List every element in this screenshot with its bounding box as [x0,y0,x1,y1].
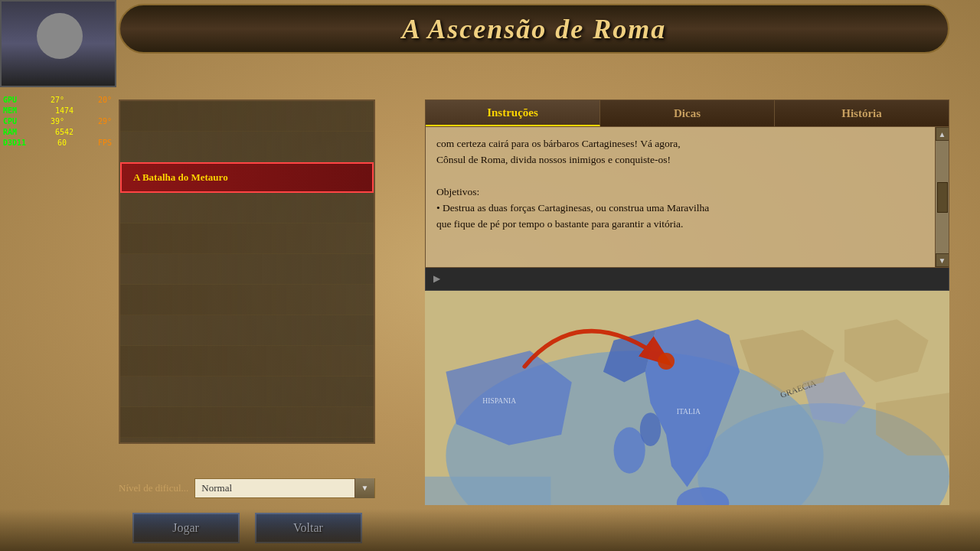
tab-instrucoes[interactable]: Instruções [426,100,600,126]
difficulty-label: Nível de dificul... [119,482,188,494]
list-item[interactable] [120,101,374,132]
svg-point-8 [658,353,675,370]
text-section: com certeza cairá para os bárbaros Carta… [425,126,949,291]
list-item[interactable] [120,193,374,223]
list-item[interactable] [120,254,374,285]
map-section: GRAECIA ITALIA HISPANIA CARTHAGO [425,291,949,505]
difficulty-row: Nível de dificul... Normal ▼ [119,474,375,501]
svg-text:ITALIA: ITALIA [677,407,701,416]
scenario-list[interactable]: A Batalha do Metauro [119,99,375,444]
webcam-overlay [0,0,116,87]
left-panel: A Batalha do Metauro Nível de dificul...… [119,99,375,505]
list-item[interactable] [120,438,374,444]
list-item[interactable] [120,346,374,377]
tab-dicas[interactable]: Dicas [600,100,775,126]
list-item[interactable] [120,407,374,438]
scroll-thumb[interactable] [937,182,948,213]
tab-historia[interactable]: História [775,100,949,126]
list-item[interactable] [120,223,374,254]
tab-bar: Instruções Dicas História [425,99,949,126]
dropdown-arrow-icon[interactable]: ▼ [354,478,374,498]
campaign-map: GRAECIA ITALIA HISPANIA CARTHAGO [425,291,949,505]
content-text[interactable]: com certeza cairá para os bárbaros Carta… [426,127,935,267]
svg-rect-3 [425,477,550,505]
performance-stats: GPU 27° 20° MEM 1474 CPU 39° 29° RAM 654… [0,92,115,152]
right-panel: Instruções Dicas História com certeza ca… [425,99,949,505]
bottom-decoration [0,509,980,551]
list-item[interactable] [120,132,374,162]
media-controls: ▶ [425,268,949,291]
svg-point-6 [640,412,661,446]
list-item-selected[interactable]: A Batalha do Metauro [120,162,374,193]
list-item[interactable] [120,285,374,315]
scrollbar[interactable]: ▲ ▼ [935,127,949,267]
list-item[interactable] [120,377,374,407]
right-panel-inner: Instruções Dicas História com certeza ca… [425,99,949,505]
scenario-name: A Batalha do Metauro [133,171,228,184]
page-title: A Ascensão de Roma [402,13,667,45]
svg-text:HISPANIA: HISPANIA [482,396,516,405]
play-icon[interactable]: ▶ [433,273,440,285]
difficulty-dropdown[interactable]: Normal ▼ [194,478,375,498]
scroll-down-icon[interactable]: ▼ [936,253,949,267]
title-bar: A Ascensão de Roma [119,0,949,57]
scroll-up-icon[interactable]: ▲ [936,127,949,141]
difficulty-value: Normal [195,482,354,494]
webcam-feed [2,2,115,86]
content-area: com certeza cairá para os bárbaros Carta… [425,126,949,268]
list-item[interactable] [120,315,374,346]
